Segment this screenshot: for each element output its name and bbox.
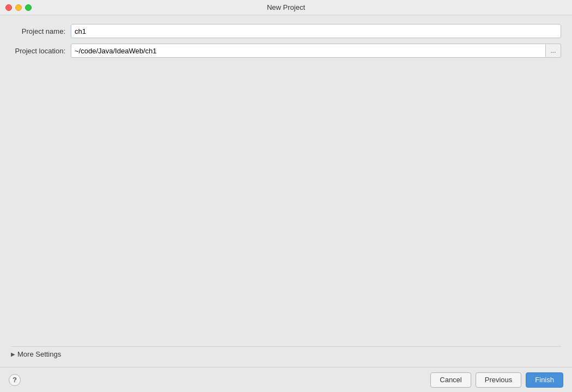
help-button[interactable]: ? <box>9 374 21 386</box>
minimize-button[interactable] <box>15 4 22 11</box>
more-settings-arrow-icon: ▶ <box>11 351 15 357</box>
title-bar: New Project <box>0 0 572 15</box>
close-button[interactable] <box>5 4 12 11</box>
content-spacer <box>11 63 561 346</box>
project-name-label: Project name: <box>11 27 71 35</box>
dialog-title: New Project <box>267 3 305 11</box>
maximize-button[interactable] <box>25 4 32 11</box>
project-name-row: Project name: <box>11 24 561 38</box>
window-controls <box>5 4 32 11</box>
bottom-bar: ? Cancel Previous Finish <box>0 367 572 392</box>
location-input-wrapper: ... <box>71 44 561 58</box>
project-name-input[interactable] <box>71 24 561 38</box>
previous-button[interactable]: Previous <box>476 372 522 388</box>
project-location-label: Project location: <box>11 47 71 55</box>
more-settings-row[interactable]: ▶ More Settings <box>11 346 561 362</box>
dialog-content: Project name: Project location: ... ▶ Mo… <box>0 15 572 367</box>
browse-button[interactable]: ... <box>546 44 561 58</box>
cancel-button[interactable]: Cancel <box>430 372 471 388</box>
project-location-input[interactable] <box>71 44 546 58</box>
finish-button[interactable]: Finish <box>526 372 563 388</box>
more-settings-label: More Settings <box>17 350 61 358</box>
project-location-row: Project location: ... <box>11 44 561 58</box>
